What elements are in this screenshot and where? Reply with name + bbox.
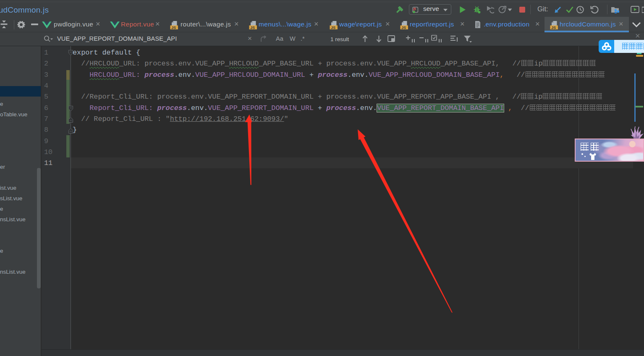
svg-text:JS: JS	[551, 26, 556, 30]
svg-text:JS: JS	[401, 26, 406, 30]
svg-text:JS: JS	[331, 26, 335, 30]
svg-text:JS: JS	[250, 26, 255, 30]
svg-text:JS: JS	[171, 26, 176, 30]
